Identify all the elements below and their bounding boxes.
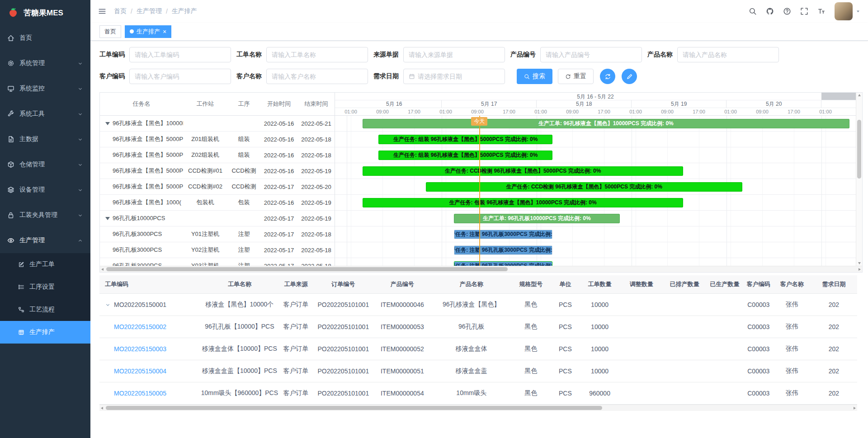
gantt-task-row[interactable]: 96孔移液盒【黑色】5000PZ02组装机组装2022-05-162022-05… (100, 147, 335, 163)
workorder-code-input[interactable] (135, 51, 226, 58)
scroll-right-icon[interactable] (854, 407, 856, 410)
gantt-task-row[interactable]: 96孔移液盒【黑色】5000PCCD检测#01CCD检测2022-05-1620… (100, 163, 335, 179)
sidebar-item-warehouse-mgmt[interactable]: 仓储管理 (0, 152, 90, 177)
orders-cell: PCS (551, 316, 580, 338)
orders-row[interactable]: MO20220515000296孔孔板【10000】PCS客户订单PO20220… (99, 316, 857, 338)
scroll-left-icon[interactable] (101, 268, 104, 271)
sidebar-item-production-workorder[interactable]: 生产工单 (0, 253, 90, 276)
collapse-triangle-icon[interactable] (105, 122, 110, 125)
orders-cell-code: MO202205150005 (99, 382, 201, 404)
orders-row[interactable]: MO202205150001移液盒【黑色】10000个客户订单PO2022051… (99, 293, 857, 316)
source-doc-input[interactable] (409, 51, 500, 58)
gantt-task-row[interactable]: 96孔孔板10000PCS2022-05-172022-05-19 (100, 211, 335, 226)
sidebar-item-system-monitor[interactable]: 系统监控 (0, 76, 90, 101)
task-process: 包装 (227, 198, 260, 207)
workorder-code-link[interactable]: MO202205150005 (114, 390, 166, 397)
orders-cell: 移液盒盒盖【10000】PCS (201, 360, 278, 382)
avatar[interactable] (835, 2, 853, 20)
sync-icon (604, 73, 611, 80)
sidebar-item-master-data[interactable]: 主数据 (0, 127, 90, 152)
gantt-task-row[interactable]: 96孔移液盒【黑色】5000PZ01组装机组装2022-05-162022-05… (100, 132, 335, 147)
gantt-task-row[interactable]: 96孔孔板3000PCSY02注塑机注塑2022-05-172022-05-18 (100, 242, 335, 258)
orders-row[interactable]: MO202205150004移液盒盒盖【10000】PCS客户订单PO20220… (99, 360, 857, 382)
sidebar-item-production-scheduling[interactable]: 生产排产 (0, 321, 90, 344)
scroll-up-icon[interactable] (858, 94, 861, 96)
gantt-task-row[interactable]: 96孔孔板3000PCSY01注塑机注塑2022-05-172022-05-18 (100, 226, 335, 242)
gantt-bar[interactable]: 生产任务: CCD检测 96孔移液盒【黑色】5000PCS 完成比例: 0% (426, 182, 742, 192)
scroll-down-icon[interactable] (858, 262, 861, 264)
sidebar-toggle-button[interactable] (90, 7, 114, 15)
gantt-bar[interactable]: 生产工单: 96孔孔板10000PCS 完成比例: 0% (454, 214, 620, 223)
gantt-bar[interactable]: 生产任务: 注塑 96孔孔板3000PCS 完成比例: 0% (454, 245, 553, 255)
sidebar-item-process-flow[interactable]: 工艺流程 (0, 298, 90, 321)
sidebar-item-process-settings[interactable]: 工序设置 (0, 276, 90, 298)
customer-code-input[interactable] (135, 73, 226, 80)
sidebar-item-label: 生产管理 (19, 236, 72, 245)
workorder-code-link[interactable]: MO202205150001 (114, 301, 166, 308)
source-code-button[interactable] (762, 2, 778, 20)
search-button[interactable]: 搜索 (517, 69, 552, 84)
gantt-task-row[interactable]: 96孔孔板3000PCSY03注塑机注塑2022-05-172022-05-18 (100, 258, 335, 266)
scroll-right-icon[interactable] (859, 268, 861, 271)
orders-cell: 202 (811, 382, 857, 404)
gantt-bar[interactable]: 生产工单: 96孔移液盒【黑色】10000PCS 完成比例: 0% (363, 119, 849, 128)
product-name-input[interactable] (683, 51, 774, 58)
help-button[interactable] (779, 2, 795, 20)
customer-name-input[interactable] (272, 73, 363, 80)
gantt-vertical-scrollbar[interactable] (856, 93, 862, 266)
edit-button[interactable] (622, 69, 637, 84)
user-menu[interactable] (835, 2, 861, 20)
tab-label: 首页 (104, 28, 116, 36)
sidebar-item-home[interactable]: 首页 (0, 25, 90, 51)
gantt-bar[interactable]: 生产任务: 包装 96孔移液盒【黑色】10000PCS 完成比例: 0% (363, 198, 683, 207)
gantt-task-row[interactable]: 96孔移液盒【黑色】10000P(2022-05-162022-05-21 (100, 116, 335, 132)
gantt-horizontal-scroll-thumb[interactable] (106, 267, 508, 271)
gantt-bar[interactable]: 生产任务: CCD检测 96孔移液盒【黑色】5000PCS 完成比例: 0% (363, 166, 683, 176)
gantt-bar[interactable]: 生产任务: 组装 96孔移液盒【黑色】5000PCS 完成比例: 0% (378, 151, 552, 160)
breadcrumb-item[interactable]: 首页 (114, 7, 127, 15)
customer-code-input-wrap (129, 69, 231, 84)
gantt-task-row[interactable]: 96孔移液盒【黑色】5000PCCD检测#02CCD检测2022-05-1720… (100, 179, 335, 195)
breadcrumb-item[interactable]: 生产排产 (172, 7, 197, 15)
row-expand-icon[interactable] (105, 302, 114, 308)
gantt-bar[interactable]: 生产任务: 注塑 96孔孔板3000PCS 完成比例: 0% (454, 261, 553, 266)
sidebar-item-system-tools[interactable]: 系统工具 (0, 101, 90, 127)
task-process: 注塑 (227, 262, 260, 266)
orders-row[interactable]: MO20220515000510mm吸头【960000】PCS客户订单PO202… (99, 382, 857, 404)
refresh-button[interactable] (600, 69, 615, 84)
workorder-name-input[interactable] (272, 51, 363, 58)
gantt-bar[interactable]: 生产任务: 组装 96孔移液盒【黑色】5000PCS 完成比例: 0% (378, 135, 552, 144)
close-icon[interactable]: × (163, 28, 166, 35)
orders-horizontal-scrollbar[interactable] (99, 405, 857, 411)
logo[interactable]: 苦糖果MES (0, 0, 90, 25)
sidebar-item-system-mgmt[interactable]: 系统管理 (0, 51, 90, 76)
sidebar-item-production-mgmt[interactable]: 生产管理 (0, 228, 90, 253)
orders-row[interactable]: MO202205150003移液盒盒体【10000】PCS客户订单PO20220… (99, 338, 857, 360)
reset-button[interactable]: 重置 (558, 69, 594, 84)
font-size-button[interactable] (814, 2, 829, 20)
orders-cell: ITEM00000052 (373, 338, 432, 360)
active-dot-icon (130, 29, 134, 33)
task-start-date: 2022-05-16 (260, 120, 297, 127)
workorder-code-link[interactable]: MO202205150003 (114, 345, 166, 353)
sidebar-item-fixture-mgmt[interactable]: 工装夹具管理 (0, 203, 90, 228)
fullscreen-button[interactable] (797, 2, 812, 20)
product-code-input[interactable] (546, 51, 637, 58)
demand-date-input[interactable] (418, 73, 500, 80)
collapse-triangle-icon[interactable] (105, 217, 110, 220)
workorder-code-link[interactable]: MO202205150002 (114, 323, 166, 330)
task-station: Y02注塑机 (183, 246, 227, 254)
orders-horizontal-scroll-thumb[interactable] (106, 406, 602, 410)
gantt-task-row[interactable]: 96孔移液盒【黑色】1000(包装机包装2022-05-162022-05-19 (100, 195, 335, 211)
breadcrumb-item[interactable]: 生产管理 (137, 7, 162, 15)
workorder-code-link[interactable]: MO202205150004 (114, 367, 166, 375)
task-station: Y03注塑机 (183, 262, 227, 266)
gantt-horizontal-scrollbar[interactable] (100, 266, 862, 272)
tab-home[interactable]: 首页 (99, 25, 121, 38)
sidebar-item-equipment-mgmt[interactable]: 设备管理 (0, 177, 90, 203)
tab-production-scheduling[interactable]: 生产排产× (125, 25, 171, 38)
gantt-bar[interactable]: 生产任务: 注塑 96孔孔板3000PCS 完成比例: 0% (454, 230, 553, 239)
vertical-scroll-thumb[interactable] (857, 120, 861, 179)
scroll-left-icon[interactable] (101, 407, 103, 410)
search-button[interactable] (745, 2, 760, 20)
